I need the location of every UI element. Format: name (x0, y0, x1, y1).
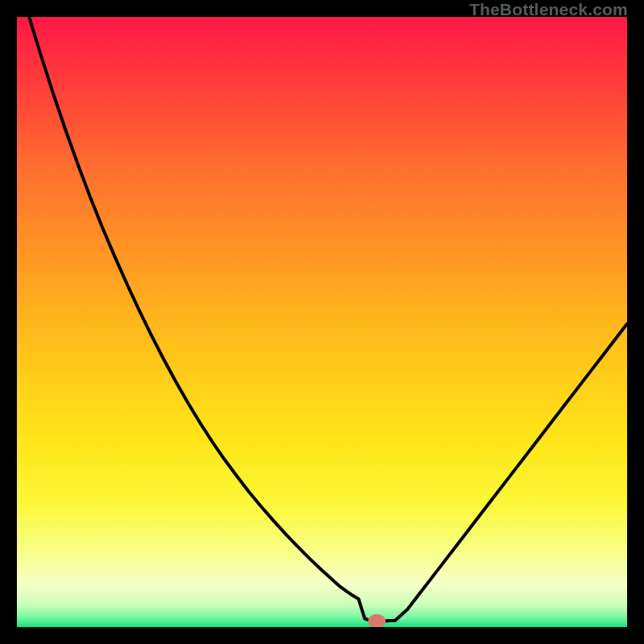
bottleneck-plot (17, 17, 627, 627)
chart-frame: TheBottleneck.com (0, 0, 644, 644)
gradient-background (17, 17, 627, 627)
watermark-text: TheBottleneck.com (469, 0, 628, 19)
